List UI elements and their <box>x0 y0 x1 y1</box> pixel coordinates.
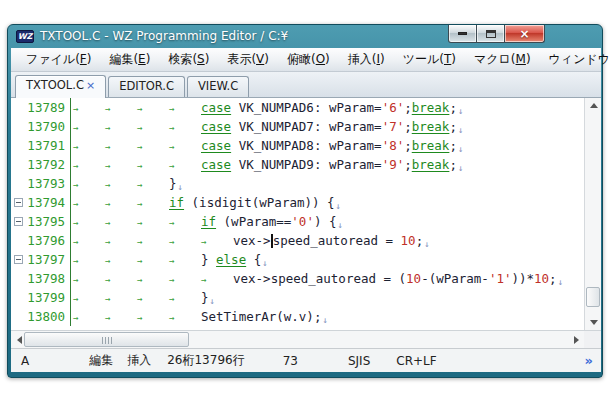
menu-mnemonic: S <box>197 52 205 66</box>
code-line-text: →→→→case VK_NUMPAD7: wParam='7';break;↓ <box>71 119 462 134</box>
code-line[interactable]: 13798→→→→→vex->speed_autoread = (10-(wPa… <box>11 269 584 288</box>
scroll-right-button[interactable] <box>568 332 584 347</box>
tab-arrow-icon: → <box>137 294 142 304</box>
code-line[interactable]: 13789→→→→case VK_NUMPAD6: wParam='6';bre… <box>11 98 584 117</box>
code-region[interactable]: 13789→→→→case VK_NUMPAD6: wParam='6';bre… <box>11 98 584 330</box>
code-line[interactable]: 13799→→→→}↓ <box>11 288 584 307</box>
fold-collapse-icon[interactable] <box>14 198 23 207</box>
code-token: '1' <box>489 271 512 286</box>
eol-mark-icon: ↓ <box>178 182 183 192</box>
menu-item-e[interactable]: 編集(E) <box>100 48 159 71</box>
menu-mnemonic: O <box>316 52 325 66</box>
code-line[interactable]: 13791→→→→case VK_NUMPAD8: wParam='8';bre… <box>11 136 584 155</box>
code-line[interactable]: 13794→→→if (isdigit(wParam)) {↓ <box>11 193 584 212</box>
menu-item-w[interactable]: ウィンドウ(W) <box>540 48 610 71</box>
code-token: } <box>169 176 177 191</box>
horizontal-scrollbar[interactable] <box>11 331 584 348</box>
code-token: '0' <box>291 214 314 229</box>
vertical-scrollbar-thumb[interactable] <box>586 287 600 307</box>
tab-whitespace: → <box>105 195 137 210</box>
tab-whitespace: → <box>137 214 169 229</box>
menu-item-f[interactable]: ファイル(F) <box>17 48 100 71</box>
menu-item-v[interactable]: 表示(V) <box>218 48 278 71</box>
code-token: VK_NUMPAD8: wParam= <box>231 138 382 153</box>
tab-arrow-icon: → <box>105 142 110 152</box>
tab-whitespace: → <box>73 176 105 191</box>
code-token: case <box>201 119 231 134</box>
arrow-right-icon <box>574 336 579 344</box>
code-line[interactable]: 13796→→→→→vex->speed_autoread = 10;↓ <box>11 231 584 250</box>
code-line[interactable]: 13792→→→→case VK_NUMPAD9: wParam='9';bre… <box>11 155 584 174</box>
code-token: 10 <box>401 233 416 248</box>
code-line-text: →→→→→vex->speed_autoread = (10-(wParam-'… <box>71 271 562 286</box>
tab-txtool.c[interactable]: TXTOOL.C× <box>15 75 106 98</box>
maximize-button[interactable] <box>477 25 505 43</box>
code-line-text: →→→if (isdigit(wParam)) {↓ <box>71 195 340 210</box>
tab-arrow-icon: → <box>73 123 78 133</box>
horizontal-scrollbar-thumb[interactable] <box>24 332 189 347</box>
close-button[interactable]: × <box>505 25 545 43</box>
menu-item-m[interactable]: マクロ(M) <box>465 48 540 71</box>
tab-arrow-icon: → <box>73 294 78 304</box>
menu-item-s[interactable]: 検索(S) <box>159 48 218 71</box>
vertical-scrollbar[interactable] <box>584 98 601 330</box>
code-line[interactable]: 13800→→→→SetTimerAr(w.v);↓ <box>11 307 584 326</box>
menu-mnemonic: V <box>256 52 264 66</box>
fold-collapse-icon[interactable] <box>14 255 23 264</box>
code-line-text: →→→→} else {↓ <box>71 252 267 267</box>
tab-whitespace: → <box>169 233 201 248</box>
scroll-down-button[interactable] <box>585 315 601 330</box>
tab-close-icon[interactable]: × <box>86 79 95 92</box>
tab-whitespace: → <box>105 309 137 324</box>
code-line-text: →→→}↓ <box>71 176 182 191</box>
close-icon: × <box>519 28 529 40</box>
line-number: 13798 <box>25 271 65 286</box>
fold-collapse-icon[interactable] <box>14 217 23 226</box>
code-line[interactable]: 13797→→→→} else {↓ <box>11 250 584 269</box>
code-token: 10 <box>406 271 421 286</box>
tab-whitespace: → <box>73 252 105 267</box>
code-line-text: →→→→case VK_NUMPAD8: wParam='8';break;↓ <box>71 138 462 153</box>
tab-whitespace: → <box>105 119 137 134</box>
code-token: case <box>201 138 231 153</box>
tab-whitespace: → <box>169 309 201 324</box>
scroll-up-button[interactable] <box>585 98 601 113</box>
code-line-text: →→→→}↓ <box>71 290 214 305</box>
tab-arrow-icon: → <box>169 275 174 285</box>
tab-arrow-icon: → <box>73 161 78 171</box>
tab-whitespace: → <box>105 176 137 191</box>
tab-arrow-icon: → <box>73 218 78 228</box>
code-token: break <box>412 157 450 172</box>
eol-mark-icon: ↓ <box>458 163 463 173</box>
code-token: break <box>412 119 450 134</box>
menu-item-o[interactable]: 俯瞰(O) <box>278 48 339 71</box>
code-line[interactable]: 13795→→→→if (wParam=='0') {↓ <box>11 212 584 231</box>
tab-whitespace: → <box>137 195 169 210</box>
line-number: 13791 <box>25 138 65 153</box>
tab-whitespace: → <box>169 252 201 267</box>
tab-arrow-icon: → <box>105 313 110 323</box>
menu-item-i[interactable]: 挿入(I) <box>339 48 394 71</box>
code-token: ; <box>449 157 457 172</box>
status-overflow-chevron-icon[interactable]: » <box>585 353 593 368</box>
line-number: 13796 <box>25 233 65 248</box>
tab-arrow-icon: → <box>73 199 78 209</box>
code-token: ) { <box>314 214 337 229</box>
tab-whitespace: → <box>137 252 169 267</box>
minimize-button[interactable] <box>448 25 477 43</box>
titlebar[interactable]: WZ TXTOOL.C - WZ Programming Editor / C:… <box>8 25 602 48</box>
tab-whitespace: → <box>137 119 169 134</box>
tab-whitespace: → <box>73 214 105 229</box>
tab-whitespace: → <box>169 271 201 286</box>
tab-view.c[interactable]: VIEW.C <box>187 76 249 97</box>
tab-arrow-icon: → <box>169 142 174 152</box>
menu-item-t[interactable]: ツール(T) <box>394 48 465 71</box>
tab-whitespace: → <box>137 157 169 172</box>
tab-editor.c[interactable]: EDITOR.C <box>108 76 185 97</box>
code-line[interactable]: 13790→→→→case VK_NUMPAD7: wParam='7';bre… <box>11 117 584 136</box>
tab-arrow-icon: → <box>105 199 110 209</box>
tab-whitespace: → <box>137 309 169 324</box>
code-line[interactable]: 13793→→→}↓ <box>11 174 584 193</box>
code-token: ))* <box>511 271 534 286</box>
tab-whitespace: → <box>73 271 105 286</box>
